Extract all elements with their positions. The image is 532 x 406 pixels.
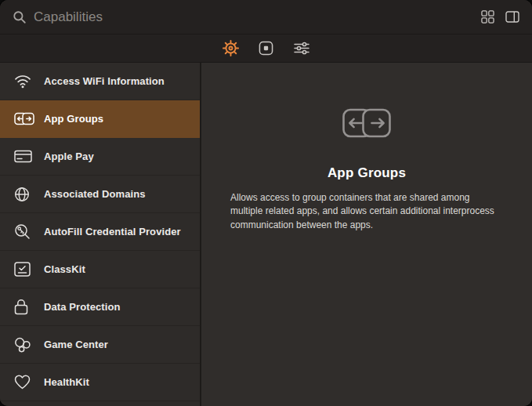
capability-label: Access WiFi Information xyxy=(44,75,165,87)
search-input[interactable] xyxy=(34,9,481,25)
capability-library-window: Access WiFi Information App Groups Apple… xyxy=(0,0,532,406)
capability-label: App Groups xyxy=(44,113,103,125)
capability-row-associated-domains[interactable]: Associated Domains xyxy=(0,176,200,213)
snippet-square-icon[interactable] xyxy=(256,38,277,59)
detail-description: Allows access to group containers that a… xyxy=(230,191,503,232)
bubbles-icon xyxy=(14,337,36,353)
capability-label: AutoFill Credential Provider xyxy=(44,226,181,237)
globe-icon xyxy=(14,187,36,202)
heart-icon xyxy=(14,375,36,390)
capability-label: Game Center xyxy=(44,339,108,350)
search-icon xyxy=(13,10,27,24)
detail-panel: App Groups Allows access to group contai… xyxy=(201,63,532,406)
lock-icon xyxy=(14,299,36,315)
library-toolbar xyxy=(0,34,532,63)
capability-row-data-protection[interactable]: Data Protection xyxy=(0,288,200,326)
capability-label: Associated Domains xyxy=(44,188,146,200)
capability-label: ClassKit xyxy=(44,263,85,275)
capability-row-healthkit[interactable]: HealthKit xyxy=(0,364,200,401)
capability-row-classkit[interactable]: ClassKit xyxy=(0,251,200,288)
wifi-icon xyxy=(14,74,36,89)
capability-label: Data Protection xyxy=(44,301,121,313)
search-bar xyxy=(0,0,532,34)
capabilities-gear-icon[interactable] xyxy=(221,38,241,59)
capability-row-game-center[interactable]: Game Center xyxy=(0,326,200,364)
detail-title: App Groups xyxy=(201,165,532,181)
panel-view-icon[interactable] xyxy=(505,11,519,23)
capability-row-apple-pay[interactable]: Apple Pay xyxy=(0,138,200,176)
capability-row-access-wifi-information[interactable]: Access WiFi Information xyxy=(0,63,200,100)
app-groups-icon-large xyxy=(201,108,532,139)
checklist-icon xyxy=(14,262,36,277)
view-switcher xyxy=(481,10,519,24)
key-magnifier-icon xyxy=(14,223,36,240)
capability-row-app-groups[interactable]: App Groups xyxy=(0,100,200,138)
capability-label: Apple Pay xyxy=(44,150,94,162)
app-groups-icon xyxy=(14,112,36,125)
grid-view-icon[interactable] xyxy=(481,10,494,24)
capability-label: HealthKit xyxy=(44,376,89,388)
capability-row-autofill-credential-provider[interactable]: AutoFill Credential Provider xyxy=(0,213,200,251)
capability-list: Access WiFi Information App Groups Apple… xyxy=(0,63,201,406)
credit-card-icon xyxy=(14,150,36,163)
filter-sliders-icon[interactable] xyxy=(291,38,312,59)
library-content: Access WiFi Information App Groups Apple… xyxy=(0,63,532,406)
